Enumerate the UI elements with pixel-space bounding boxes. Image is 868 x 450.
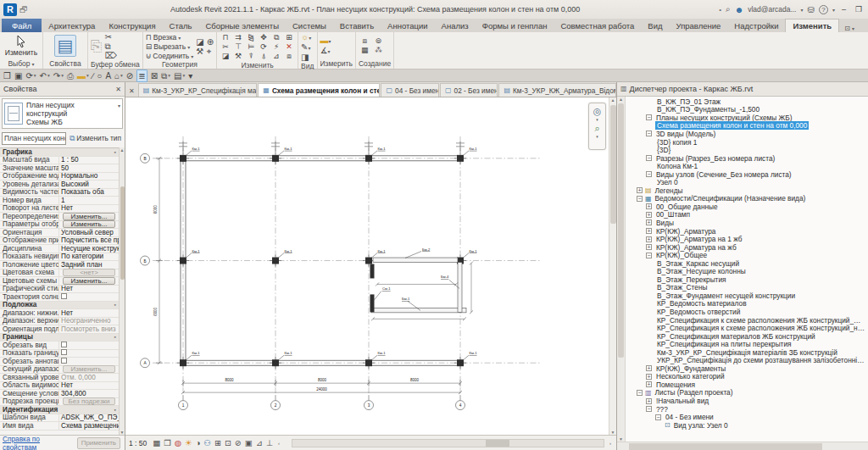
- property-value[interactable]: 1: [59, 197, 119, 204]
- property-value[interactable]: Нет: [59, 381, 119, 389]
- cope-icon[interactable]: ⊓: [220, 33, 231, 42]
- scroll-down-icon[interactable]: ▼: [120, 430, 125, 435]
- tree-item[interactable]: Км-3_УКР_КР_Специфікація матеріалів ЗБ к…: [626, 348, 868, 357]
- property-value[interactable]: Неограниченно: [59, 317, 119, 325]
- print-icon[interactable]: ⎙: [67, 70, 74, 81]
- aligned-dimension-icon[interactable]: ▬▾: [77, 70, 89, 81]
- tree-item[interactable]: Колона Км-1: [626, 162, 868, 170]
- sync-icon[interactable]: ⟳▾: [25, 70, 36, 81]
- scroll-left-icon[interactable]: ‹: [276, 441, 281, 446]
- property-edit-button[interactable]: Без подрезки: [63, 397, 115, 405]
- property-checkbox[interactable]: [61, 358, 67, 364]
- demolish-icon[interactable]: ⚒: [196, 47, 203, 56]
- app-store-cart-icon[interactable]: ⛁: [808, 5, 815, 14]
- rotate-icon[interactable]: ⟳: [258, 42, 270, 52]
- modify-selection-dropdown[interactable]: ⊡▾: [839, 25, 860, 32]
- expand-icon[interactable]: +: [646, 219, 652, 225]
- collapse-icon[interactable]: −: [655, 414, 661, 420]
- property-edit-button[interactable]: Изменить...: [63, 365, 115, 373]
- property-section[interactable]: Идентификация▪: [0, 406, 119, 414]
- detail-level-icon[interactable]: ▦: [153, 438, 160, 448]
- dimension-icon[interactable]: ∡▾: [320, 47, 331, 56]
- split-icon[interactable]: ⚡: [270, 42, 282, 52]
- property-value[interactable]: 304,800: [59, 390, 119, 397]
- close-hidden-windows-icon[interactable]: ⊠: [151, 70, 158, 81]
- tree-item[interactable]: −04 - Без имени: [626, 413, 868, 421]
- cut-icon[interactable]: ✂: [220, 42, 231, 52]
- tree-item[interactable]: +Виды: [626, 219, 868, 227]
- scrollbar-thumb[interactable]: [486, 440, 509, 447]
- property-checkbox[interactable]: [61, 293, 67, 299]
- cope-button[interactable]: ⊓Врезка▾: [146, 33, 194, 42]
- tree-item[interactable]: КР_Спецификация материалов ЖБ конструкци…: [626, 332, 868, 341]
- property-value[interactable]: Отм. 0,000: [59, 374, 119, 381]
- unpin-icon[interactable]: ⍋: [258, 52, 270, 61]
- collapse-icon[interactable]: −: [646, 155, 652, 161]
- collapse-icon[interactable]: −: [646, 131, 652, 136]
- tree-item[interactable]: КР_Спецификация к схеме расположения ЖБ …: [626, 324, 868, 332]
- scroll-up-icon[interactable]: ▲: [619, 97, 623, 102]
- tree-item[interactable]: −Разрезы (Разрез_Без номера листа): [626, 154, 868, 163]
- expand-icon[interactable]: +: [646, 381, 652, 387]
- tree-item[interactable]: КР_Спецификация к схеме расположения ЖБ …: [626, 316, 868, 325]
- property-value[interactable]: <нет>: [59, 269, 119, 276]
- zoom-icon[interactable]: ⌕: [594, 123, 599, 133]
- property-value[interactable]: Схема размещения ...: [59, 422, 119, 430]
- scale-icon[interactable]: ⊿: [270, 52, 282, 61]
- tree-item[interactable]: В_КЖ_ПЭ_Фундаменты_-1,500: [626, 106, 868, 114]
- tree-item[interactable]: −Планы несущих конструкций (Схемы ЖБ): [626, 114, 868, 122]
- copy-to-clipboard-icon[interactable]: ⧉: [105, 42, 117, 51]
- tab-вставить[interactable]: Вставить: [333, 19, 381, 32]
- detail-line-icon[interactable]: ○: [97, 70, 102, 81]
- scroll-up-icon[interactable]: ▲: [611, 97, 615, 103]
- property-value[interactable]: Нет: [59, 204, 119, 212]
- paste-icon[interactable]: ⎘: [91, 38, 103, 55]
- property-edit-button[interactable]: <нет>: [63, 269, 115, 276]
- crop-region-icon[interactable]: ⊡: [225, 438, 231, 448]
- thin-lines-icon[interactable]: ≣: [136, 69, 147, 82]
- tab-modify[interactable]: Изменить: [785, 19, 839, 32]
- tab-конструкция[interactable]: Конструкция: [102, 19, 162, 32]
- view-tab[interactable]: ▢02 - Без имени: [440, 83, 498, 97]
- tree-item[interactable]: −▦Ведомости/Спецификации (Назначение вид…: [626, 195, 868, 203]
- minimize-button[interactable]: –: [839, 5, 849, 14]
- tree-item[interactable]: +КР(КЖ)_Арматура на жб: [626, 243, 868, 252]
- constraints-icon[interactable]: ⊥: [266, 438, 273, 448]
- pin-icon[interactable]: ⍒: [245, 52, 257, 61]
- sun-path-icon[interactable]: ☀: [185, 438, 192, 448]
- property-value[interactable]: [59, 349, 119, 357]
- close-icon[interactable]: ✕: [115, 86, 121, 93]
- steering-wheel-caret-icon[interactable]: ▾: [596, 117, 598, 122]
- property-value[interactable]: Посмотреть вниз: [59, 325, 119, 333]
- reveal-hidden-icon[interactable]: ◍: [175, 438, 181, 448]
- panel-measure-label[interactable]: Измерить: [320, 58, 353, 69]
- user-menu-caret-icon[interactable]: ▾: [800, 7, 803, 13]
- section-icon[interactable]: ⊘: [126, 70, 133, 81]
- edit-type-button[interactable]: ⧉ Изменить тип: [68, 132, 123, 145]
- panel-properties-label[interactable]: Свойства: [46, 58, 85, 69]
- move-icon[interactable]: ✥: [258, 33, 270, 42]
- property-value[interactable]: [59, 342, 119, 349]
- collapse-icon[interactable]: −: [646, 406, 652, 412]
- tree-item[interactable]: +КР(КЖ)_Арматура: [626, 227, 868, 236]
- property-section[interactable]: Подложка▪: [0, 302, 119, 310]
- canvas-vertical-scrollbar[interactable]: ▲ ▼: [609, 97, 616, 435]
- scrollbar-thumb[interactable]: [629, 443, 822, 450]
- tree-item[interactable]: В_Этаж_Стены: [626, 284, 868, 292]
- tree-item[interactable]: В_Этаж_Несущие колонны: [626, 267, 868, 275]
- browser-horizontal-scrollbar[interactable]: [617, 442, 868, 450]
- match-type-icon[interactable]: ⌦: [105, 52, 117, 60]
- property-value[interactable]: ADSK_КЖ_О_ПЭ_Схе: [59, 414, 119, 421]
- tree-item[interactable]: В_Этаж_Фундамент несущей конструкции: [626, 292, 868, 300]
- group-icon[interactable]: ⧈: [283, 52, 295, 61]
- scroll-up-icon[interactable]: ▲: [120, 147, 125, 153]
- wall-opening-icon[interactable]: ⊕: [207, 38, 214, 47]
- override-graphics-icon[interactable]: ◨: [301, 53, 311, 62]
- tab-архитектура[interactable]: Архитектура: [42, 19, 102, 32]
- expand-icon[interactable]: +: [646, 374, 652, 380]
- paint-icon[interactable]: ◪: [220, 52, 231, 61]
- property-value[interactable]: Несущие конструк...: [59, 245, 119, 253]
- panel-modify-label[interactable]: Изменить: [220, 61, 295, 69]
- redo-icon[interactable]: ↷▾: [53, 70, 64, 81]
- join-button[interactable]: ⊍Соединить▾: [146, 52, 194, 60]
